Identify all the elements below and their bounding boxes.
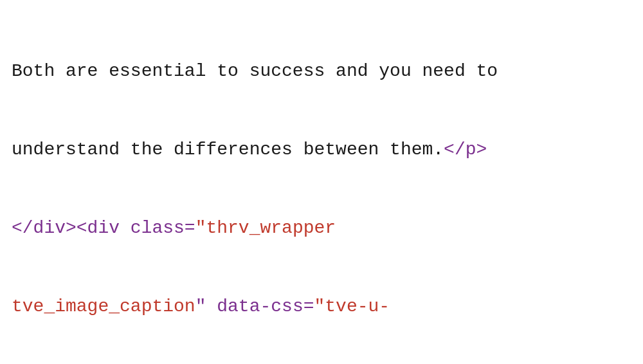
tag-close-div: </div><div class= xyxy=(12,218,195,238)
attr-thrv-wrapper: "thrv_wrapper xyxy=(195,218,336,238)
text-both-are: Both are essential to success and you ne… xyxy=(12,61,498,81)
line-4: tve_image_caption" data-css="tve-u- xyxy=(12,294,631,320)
attr-tve-u: "tve-u- xyxy=(314,296,390,316)
line-2: understand the differences between them.… xyxy=(12,137,631,163)
line-3: </div><div class="thrv_wrapper xyxy=(12,215,631,242)
tag-data-css: " data-css= xyxy=(195,296,314,316)
code-display: Both are essential to success and you ne… xyxy=(12,6,631,364)
line-1: Both are essential to success and you ne… xyxy=(12,59,631,85)
text-understand: understand the differences between them. xyxy=(12,140,444,159)
tag-close-p: </p> xyxy=(444,140,487,159)
attr-tve-image-caption: tve_image_caption xyxy=(12,296,195,316)
